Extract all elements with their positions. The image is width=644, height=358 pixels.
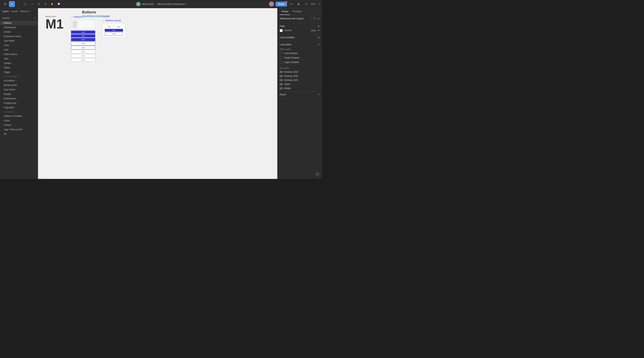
sidebar-item-logo-mercury[interactable]: Logo / Mercury EN [0,127,38,132]
select-tool[interactable]: ↖ [9,1,15,7]
desktop-1920-item[interactable]: Desktop 1920 [280,71,320,73]
visibility-toggle-button[interactable]: 👁 [318,29,320,32]
page-color-swatch[interactable] [280,29,283,32]
whiteboard-info-button[interactable]: ⓘ [314,17,316,20]
local-styles-title: Local styles [280,43,292,46]
component-tool[interactable]: ❖ [42,1,48,7]
large-buttons-column: Label Label Label Label Label Label Labe… [71,30,95,62]
layers-tab[interactable]: Layers [2,10,9,13]
sidebar-item-date-picker[interactable]: Date Picker [0,88,38,92]
sidebar-item-radio-buttons[interactable]: Radio buttons [0,52,38,56]
local-styles-add-button[interactable]: + [318,43,320,46]
pages-title: Pages [2,17,10,19]
help-button[interactable]: ? [315,172,320,177]
toolbar-tools: ⊞ ↖ ⬚ ◯ ✒ T ❖ ✋ 💬 [2,1,62,7]
page-color-value[interactable]: FFFFFF [284,30,309,32]
comment-tool[interactable]: 💬 [56,1,62,7]
sidebar-item-tabs[interactable]: Tabs [0,56,38,61]
sidebar-item-toggle[interactable]: Toggle [0,70,38,74]
notification-dot [286,1,287,3]
sidebar-item-accordions[interactable]: Accordions [0,78,38,83]
big-btn-outline-gray-3: Label [71,58,95,62]
effect-style-icon [280,56,283,59]
local-variables-settings-icon[interactable]: ⇅ [318,36,320,39]
assets-tab[interactable]: Assets [11,10,18,13]
pen-tool[interactable]: ✒ [29,1,35,7]
whiteboard-expand-button[interactable]: › [311,17,312,20]
sidebar-item-cards[interactable]: Cards [0,118,38,123]
buttons-group-frame-label: ⊹ Buttons group [103,19,125,22]
tablet-label: Tablet [284,83,290,86]
buttons-group-label: Buttons [103,16,125,18]
sidebar-item-details[interactable]: Details [0,30,38,34]
canvas-area[interactable]: Buttons View all Mercury Design Storyinf… [38,8,277,179]
prototype-play-button[interactable]: A? [303,1,309,7]
sidebar-item-m1[interactable]: M1 [0,132,38,136]
sidebar-item-breadcrumbs[interactable]: Breadcrumbs [0,83,38,88]
grid-styles-title: Grid styles [280,67,320,69]
sidebar-item-lists[interactable]: Lists [0,48,38,52]
export-row: Export + [280,93,320,96]
text-tool[interactable]: T [36,1,42,7]
tablet-item[interactable]: Tablet [280,83,320,86]
whiteboard-close-button[interactable]: ✕ [318,17,320,20]
avatar[interactable] [269,2,274,7]
local-styles-header: Local styles + [280,43,320,46]
page-section-label: Page [280,25,285,28]
group-btn-2: Label [114,25,123,28]
right-sidebar-footer: ? [278,172,322,179]
canvas-content: MERCURY M1 ⊹ Buttons Label [46,16,125,62]
right-content: Page ⊙ FFFFFF 100% 👁 Local variables ⇅ L… [278,22,322,172]
play-button[interactable]: ▶ [296,1,302,7]
page-settings-button[interactable]: ⊙ [318,24,320,28]
sidebar-item-pagination[interactable]: Pagination [0,105,38,110]
add-page-button[interactable]: + [34,16,36,20]
shape-tool[interactable]: ◯ [22,1,28,7]
menu-tool[interactable]: ⊞ [2,1,8,7]
combination-divider: -----Combination----- [0,74,38,78]
share-button[interactable]: Share [276,2,287,6]
sidebar-item-tooltips[interactable]: Tooltips [0,61,38,66]
canvas-page-title: Buttons [82,10,96,14]
sidebar-item-buttons[interactable]: ▾ Buttons [0,21,38,25]
page-opacity[interactable]: 100% [311,30,316,32]
chevron-down-icon: ▾ [185,3,186,6]
sidebar-item-checkboxes[interactable]: Checkboxes [0,25,38,30]
sidebar-item-tables[interactable]: Tables [0,66,38,70]
sidebar-item-footers[interactable]: Footers [0,123,38,127]
sidebar-item-progress-bar[interactable]: Progress bar [0,101,38,105]
file-name[interactable]: Mercury Web Components ▾ [158,3,186,6]
big-btn-outline-gray-1: Label [71,50,95,54]
card-shadow-item[interactable]: Card Shadow [280,52,320,55]
divider-3 [280,65,320,66]
code-view-button[interactable]: </> [288,1,294,7]
frame-name: Buttons [74,16,82,18]
project-name[interactable]: Mercury M1 [142,3,154,6]
sidebar-item-address-complete[interactable]: Address Complete [0,114,38,118]
sidebar-item-notifications[interactable]: Notifications [0,96,38,101]
desktop-1025-item[interactable]: Desktop 1025 [280,79,320,82]
page-section-row: Page ⊙ [280,24,320,28]
mobile-item[interactable]: Mobile [280,87,320,90]
frame-tool[interactable]: ⬚ [16,1,22,7]
sidebar-item-dropdown-menus[interactable]: Dropdown menus [0,34,38,38]
design-tab[interactable]: Design [280,8,290,15]
sidebar-item-input-fields[interactable]: Input fields [0,38,38,43]
hand-tool[interactable]: ✋ [49,1,55,7]
mobile-label: Mobile [284,87,291,90]
mini-btn-3: Label [72,26,77,28]
tooltip-shadow-item[interactable]: Tooltip Shadow [280,56,320,59]
prototype-tab[interactable]: Prototype [290,8,304,15]
sidebar-item-modals[interactable]: Modals [0,92,38,96]
zoom-level[interactable]: 31% [311,3,317,6]
export-add-button[interactable]: + [318,93,320,96]
buttons-tab[interactable]: Buttons ▾ [20,10,30,13]
grid-styles-section: Grid styles Desktop 1920 Deskto [280,67,320,90]
desktop-1440-item[interactable]: Desktop 1440 [280,75,320,77]
sidebar-item-links[interactable]: Links [0,43,38,48]
logos-shadow-label: Logos Shadow [284,61,299,64]
effect-style-icon [280,61,283,64]
logos-shadow-item[interactable]: Logos Shadow [280,61,320,64]
big-btn-filled-1: Label [71,30,95,34]
desktop-1920-label: Desktop 1920 [284,71,298,73]
